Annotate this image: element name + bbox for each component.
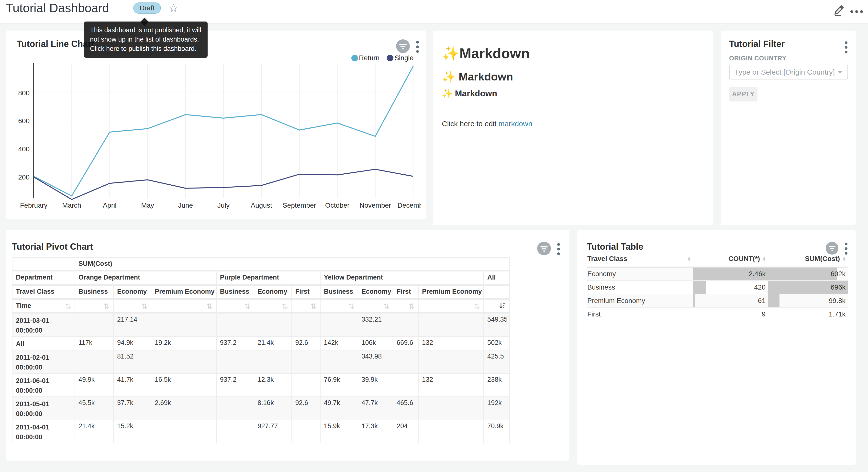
pivot-value-cell — [320, 350, 358, 374]
pivot-value-cell — [216, 397, 254, 420]
pivot-value-cell: 16.5k — [151, 374, 216, 397]
count-cell: 61 — [693, 294, 768, 307]
sort-icon[interactable]: ⇅ — [244, 302, 250, 311]
table-row: First91.71k — [587, 307, 848, 321]
travel-class-cell: First — [587, 307, 693, 321]
pivot-value-cell — [418, 420, 484, 443]
pivot-value-cell: 37.7k — [114, 397, 151, 420]
pivot-value-cell: 502k — [484, 336, 509, 350]
travel-class-cell: Business — [587, 281, 693, 294]
pivot-value-cell — [292, 374, 320, 397]
pivot-class-header: Business — [75, 285, 114, 299]
sort-desc-active-icon[interactable] — [499, 302, 506, 311]
count-cell: 9 — [693, 307, 768, 321]
pivot-value-cell: 94.9k — [114, 336, 151, 350]
pivot-value-cell: 41.7k — [114, 374, 151, 397]
pivot-value-cell — [254, 350, 292, 374]
header-more-menu-icon[interactable] — [850, 10, 863, 13]
apply-button[interactable]: APPLY — [729, 87, 757, 101]
svg-text:200: 200 — [18, 173, 30, 181]
pivot-chart-panel: Tutorial Pivot Chart SUM(Cost)Department… — [6, 230, 569, 461]
sort-icon[interactable]: ⇅ — [310, 302, 316, 311]
pivot-table[interactable]: SUM(Cost)DepartmentOrange DepartmentPurp… — [12, 257, 510, 443]
sort-icon[interactable]: ⇅ — [474, 302, 480, 311]
sort-icon[interactable]: ⇅ — [104, 302, 110, 311]
pivot-value-cell — [418, 313, 484, 336]
pivot-value-cell: 15.2k — [114, 420, 151, 443]
line-chart-kebab-icon[interactable] — [415, 40, 420, 54]
svg-text:October: October — [325, 202, 350, 209]
pivot-value-cell — [292, 313, 320, 336]
pivot-value-cell: 92.6 — [292, 397, 320, 420]
line-chart-title: Tutorial Line Chart — [17, 39, 94, 49]
pivot-row-header: 2011-05-01 00:00:00 — [12, 397, 75, 420]
pivot-value-cell: 465.6 — [393, 397, 418, 420]
edit-dashboard-icon[interactable] — [833, 3, 846, 17]
legend-item-return[interactable]: Return — [351, 54, 379, 62]
pivot-value-cell — [393, 350, 418, 374]
pivot-value-cell: 12.3k — [254, 374, 292, 397]
pivot-value-cell: 45.5k — [75, 397, 114, 420]
pivot-row: 2011-02-01 00:00:0081.52343.98425.5 — [12, 350, 509, 374]
chart-legend[interactable]: ReturnSingle — [351, 54, 413, 62]
pivot-value-cell: 132 — [418, 336, 484, 350]
pivot-class-header: Business — [216, 285, 254, 299]
filter-scope-icon[interactable] — [537, 242, 551, 256]
sort-icon[interactable]: ⇅ — [348, 302, 354, 311]
sort-icon[interactable]: ⇅ — [409, 302, 415, 311]
pivot-value-cell: 549.35 — [484, 313, 509, 336]
pivot-class-header: Economy — [358, 285, 393, 299]
pivot-class-header: Economy — [254, 285, 292, 299]
legend-item-single[interactable]: Single — [387, 54, 413, 62]
pivot-class-header: Premium Economy — [418, 285, 484, 299]
column-sort-icon[interactable]: ▲▼ — [687, 256, 691, 261]
line-chart[interactable]: 200400600800FebruaryMarchAprilMayJuneJul… — [6, 58, 421, 212]
data-table[interactable]: Travel Class▲▼COUNT(*)▲▼SUM(Cost)▲▼Econo… — [587, 253, 848, 321]
pivot-time-label[interactable]: Time⇅ — [12, 299, 75, 313]
draft-badge[interactable]: Draft — [133, 2, 161, 14]
sort-icon[interactable]: ⇅ — [206, 302, 213, 311]
table-panel-title: Tutorial Table — [587, 242, 643, 252]
markdown-link[interactable]: markdown — [499, 120, 532, 128]
pivot-value-cell — [320, 313, 358, 336]
publish-tooltip[interactable]: This dashboard is not published, it will… — [84, 22, 208, 58]
pivot-value-cell: 217.14 — [114, 313, 151, 336]
count-cell: 420 — [693, 281, 768, 294]
filter-panel-kebab-icon[interactable] — [844, 40, 848, 54]
line-chart-panel: Tutorial Line Chart ReturnSingle 2004006… — [6, 31, 426, 219]
filter-scope-icon[interactable] — [396, 39, 410, 54]
sum-cell: 1.71k — [768, 307, 848, 321]
pivot-group-header: Yellow Department — [320, 271, 484, 285]
svg-text:September: September — [283, 202, 316, 209]
pivot-value-cell — [418, 350, 484, 374]
pivot-value-cell — [418, 397, 484, 420]
column-sort-icon[interactable]: ▲▼ — [842, 256, 846, 261]
sort-icon[interactable]: ⇅ — [282, 302, 288, 311]
favorite-star-icon[interactable]: ☆ — [168, 1, 179, 15]
pivot-chart-kebab-icon[interactable] — [556, 242, 561, 256]
svg-text:March: March — [62, 202, 81, 209]
sort-icon[interactable]: ⇅ — [65, 302, 71, 311]
pivot-value-cell: 2.69k — [151, 397, 216, 420]
table-column-header[interactable]: Travel Class▲▼ — [587, 253, 693, 267]
table-column-header[interactable]: SUM(Cost)▲▼ — [768, 253, 848, 267]
travel-class-cell: Economy — [587, 267, 693, 281]
table-column-header[interactable]: COUNT(*)▲▼ — [693, 253, 768, 267]
pivot-value-cell: 343.98 — [358, 350, 393, 374]
sort-icon[interactable]: ⇅ — [141, 302, 148, 311]
pivot-value-cell: 47.7k — [358, 397, 393, 420]
svg-text:May: May — [141, 202, 154, 209]
table-row: Premium Economy6199.8k — [587, 294, 848, 307]
svg-text:November: November — [360, 202, 391, 209]
cell-bar — [768, 268, 837, 280]
sum-cell: 602k — [768, 267, 848, 281]
pivot-class-header: First — [292, 285, 320, 299]
pivot-row-header: All — [12, 336, 75, 350]
legend-dot — [351, 55, 358, 61]
origin-country-select[interactable]: Type or Select [Origin Country] — [729, 65, 848, 80]
count-cell: 2.46k — [693, 267, 768, 281]
sort-icon[interactable]: ⇅ — [383, 302, 389, 311]
pivot-value-cell: 332.21 — [358, 313, 393, 336]
pivot-value-cell: 927.77 — [254, 420, 292, 443]
column-sort-icon[interactable]: ▲▼ — [763, 256, 766, 261]
